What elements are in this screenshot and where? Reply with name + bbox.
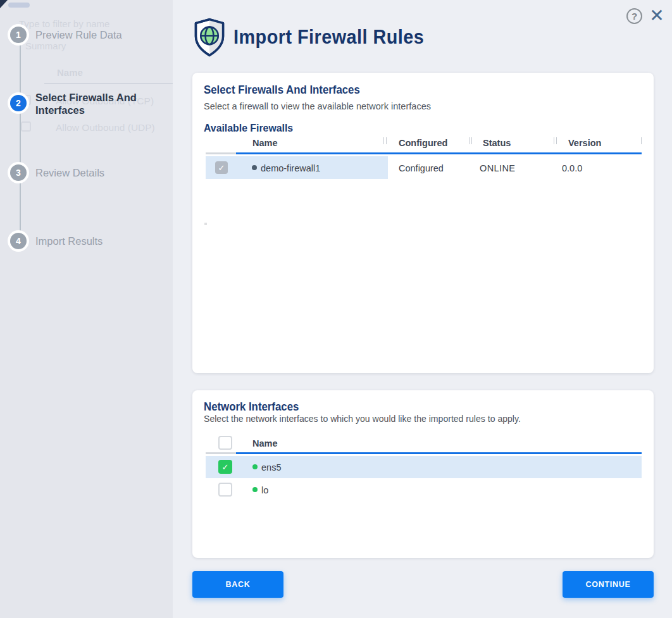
interface-checkbox-checked[interactable]: ✓ <box>218 460 232 474</box>
firewalls-card-subtitle: Select a firewall to view the available … <box>204 101 431 111</box>
firewall-status-cell: ONLINE <box>480 163 515 173</box>
interface-name-cell: lo <box>261 485 268 495</box>
stepper-sidebar: Type to filter by name Summary Name Allo… <box>0 0 173 618</box>
column-resize-handle[interactable] <box>554 137 557 144</box>
check-icon: ✓ <box>218 163 225 173</box>
ghost-divider <box>44 83 173 84</box>
interface-checkbox-unchecked[interactable] <box>218 483 232 497</box>
continue-button[interactable]: CONTINUE <box>563 571 654 598</box>
header-rule-blue <box>236 152 642 154</box>
close-icon[interactable]: ✕ <box>647 4 667 27</box>
column-header-name[interactable]: Name <box>252 138 278 148</box>
header-rule-gray <box>206 452 236 454</box>
column-resize-handle[interactable] <box>383 137 387 144</box>
ghost-checkbox-2 <box>21 121 31 132</box>
modal-main-panel: Import Firewall Rules ? ✕ Select Firewal… <box>173 0 672 618</box>
stray-artifact-dot <box>204 223 207 225</box>
column-resize-handle[interactable] <box>469 137 472 144</box>
firewall-status-dot <box>252 165 257 170</box>
step-4-import-results[interactable]: 4 Import Results <box>10 233 149 249</box>
interfaces-column-header-name[interactable]: Name <box>252 438 278 448</box>
column-header-version[interactable]: Version <box>568 138 601 148</box>
ghost-rule-udp: Allow Outbound (UDP) <box>56 122 155 133</box>
interface-status-dot <box>252 487 258 492</box>
interface-status-dot <box>252 464 258 469</box>
step-2-label: Select Firewalls And Interfaces <box>35 91 149 116</box>
column-resize-handle[interactable] <box>641 137 642 144</box>
modal-title: Import Firewall Rules <box>233 26 424 49</box>
step-1-label: Preview Rule Data <box>35 28 149 41</box>
firewall-version-cell: 0.0.0 <box>562 163 582 173</box>
firewalls-card: Select Firewalls And Interfaces Select a… <box>192 73 654 373</box>
firewall-checkbox-checked[interactable]: ✓ <box>215 161 228 174</box>
step-4-number: 4 <box>10 233 27 249</box>
shield-globe-icon <box>193 18 226 57</box>
step-4-label: Import Results <box>35 235 149 247</box>
close-glyph: ✕ <box>649 5 664 26</box>
step-1-number: 1 <box>10 27 27 43</box>
help-icon[interactable]: ? <box>626 8 642 24</box>
column-header-status[interactable]: Status <box>483 138 511 148</box>
import-firewall-rules-modal: Type to filter by name Summary Name Allo… <box>0 0 672 618</box>
step-1-preview-rule-data[interactable]: 1 Preview Rule Data <box>10 27 149 43</box>
header-rule-blue <box>236 452 642 454</box>
interfaces-card-title: Network Interfaces <box>204 400 299 414</box>
stepper-track <box>20 36 21 241</box>
interfaces-card: Network Interfaces Select the network in… <box>192 390 654 558</box>
step-2-select-firewalls[interactable]: 2 Select Firewalls And Interfaces <box>10 95 149 116</box>
modal-header: Import Firewall Rules <box>193 18 439 57</box>
step-3-number: 3 <box>10 164 27 181</box>
header-rule-gray <box>206 152 236 154</box>
background-page-corner <box>0 0 8 8</box>
column-header-configured[interactable]: Configured <box>399 138 447 148</box>
help-glyph: ? <box>632 11 637 22</box>
back-button[interactable]: BACK <box>192 571 283 598</box>
ghost-name-header: Name <box>57 67 83 78</box>
step-2-number: 2 <box>10 95 27 111</box>
interface-name-cell: ens5 <box>261 462 281 473</box>
available-firewalls-title: Available Firewalls <box>204 122 293 134</box>
interfaces-card-subtitle: Select the network interfaces to which y… <box>204 414 521 424</box>
firewalls-card-title: Select Firewalls And Interfaces <box>204 83 360 97</box>
firewall-configured-cell: Configured <box>399 163 444 173</box>
firewall-name-cell: demo-firewall1 <box>261 163 320 173</box>
background-page-pill <box>8 3 30 8</box>
step-3-review-details[interactable]: 3 Review Details <box>10 164 149 181</box>
select-all-checkbox[interactable] <box>218 436 232 450</box>
check-icon: ✓ <box>222 462 229 472</box>
step-3-label: Review Details <box>35 166 149 179</box>
